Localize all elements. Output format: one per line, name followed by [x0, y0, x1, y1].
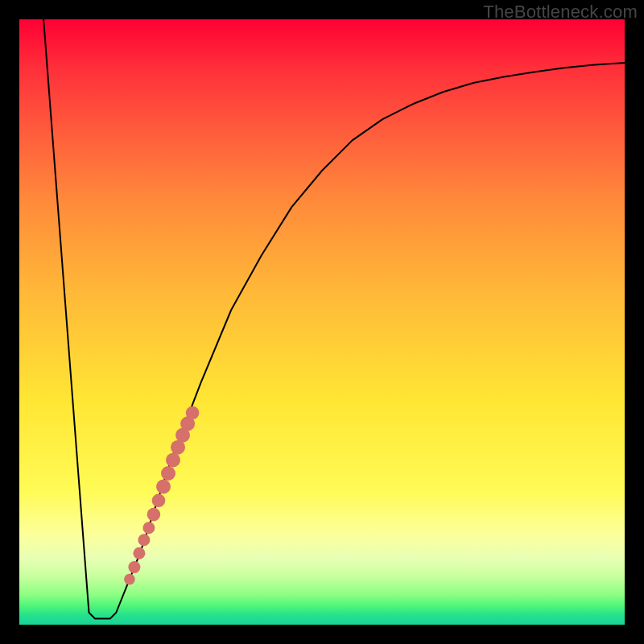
plot-area	[19, 19, 625, 625]
chart-svg	[19, 19, 625, 625]
bottleneck-curve-path	[43, 19, 625, 619]
chart-frame: TheBottleneck.com	[0, 0, 644, 644]
cluster-dot	[147, 508, 161, 522]
cluster-dot	[128, 561, 140, 573]
cluster-dot	[124, 574, 135, 585]
cluster-dot	[152, 494, 166, 508]
cluster-dot	[186, 407, 200, 420]
cluster-dot	[133, 547, 145, 559]
watermark-text: TheBottleneck.com	[483, 2, 638, 23]
cluster-dot	[166, 453, 180, 468]
cluster-dot	[156, 480, 171, 494]
bottleneck-curve	[43, 19, 625, 619]
cluster-dot	[142, 522, 155, 534]
cluster-dot	[161, 466, 175, 481]
cluster-dots	[124, 407, 199, 585]
cluster-dot	[138, 534, 150, 546]
